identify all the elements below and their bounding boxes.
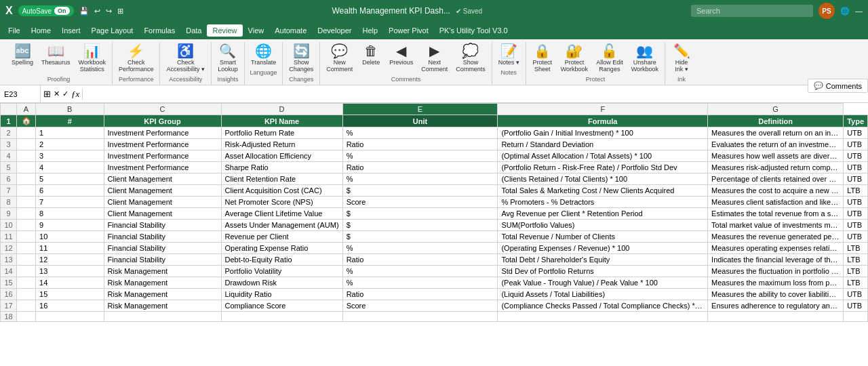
table-cell[interactable]: Measures risk-adjusted return compared t… bbox=[708, 162, 844, 174]
table-cell[interactable] bbox=[17, 243, 36, 254]
menu-item-data[interactable]: Data bbox=[180, 24, 207, 37]
table-cell[interactable]: $ bbox=[342, 220, 498, 231]
check-performance-button[interactable]: ⚡ CheckPerformance bbox=[115, 42, 157, 75]
table-cell[interactable]: UTB bbox=[844, 289, 868, 300]
save-icon[interactable]: 💾 bbox=[79, 7, 89, 16]
table-cell[interactable] bbox=[221, 312, 342, 322]
table-cell[interactable]: # bbox=[36, 115, 104, 127]
table-cell[interactable]: Formula bbox=[498, 115, 708, 127]
table-cell[interactable]: 16 bbox=[36, 300, 104, 312]
table-cell[interactable] bbox=[17, 208, 36, 220]
menu-item-home[interactable]: Home bbox=[26, 24, 56, 37]
table-cell[interactable]: Measures the maximum loss from peak to b… bbox=[708, 277, 844, 289]
table-cell[interactable]: Operating Expense Ratio bbox=[221, 243, 342, 254]
table-cell[interactable]: KPI Name bbox=[221, 115, 342, 127]
table-cell[interactable]: Score bbox=[342, 197, 498, 208]
table-cell[interactable]: Sharpe Ratio bbox=[221, 162, 342, 174]
undo-icon[interactable]: ↩ bbox=[94, 7, 100, 16]
table-cell[interactable]: 15 bbox=[36, 289, 104, 300]
table-cell[interactable]: % bbox=[342, 150, 498, 162]
menu-item-pk-utility[interactable]: PK's Utility Tool V3.0 bbox=[434, 24, 513, 37]
table-cell[interactable]: (Portfolio Gain / Initial Investment) * … bbox=[498, 127, 708, 139]
table-cell[interactable]: 14 bbox=[36, 277, 104, 289]
minimize-icon[interactable]: — bbox=[855, 7, 863, 15]
table-cell[interactable]: Total market value of investments manage… bbox=[708, 220, 844, 231]
table-cell[interactable] bbox=[17, 277, 36, 289]
delete-comment-button[interactable]: 🗑 Delete bbox=[357, 42, 384, 68]
confirm-formula-icon[interactable]: ✓ bbox=[62, 89, 68, 98]
new-comment-button[interactable]: 💬 NewComment bbox=[323, 42, 356, 75]
next-comment-button[interactable]: ▶ NextComment bbox=[418, 42, 451, 75]
table-cell[interactable]: 8 bbox=[36, 208, 104, 220]
unshare-workbook-button[interactable]: 👥 UnshareWorkbook bbox=[628, 42, 662, 75]
table-cell[interactable] bbox=[17, 300, 36, 312]
table-cell[interactable]: Net Promoter Score (NPS) bbox=[221, 197, 342, 208]
table-cell[interactable]: (Operating Expenses / Revenue) * 100 bbox=[498, 243, 708, 254]
table-cell[interactable]: Estimates the total revenue from a singl… bbox=[708, 208, 844, 220]
table-cell[interactable]: Risk Management bbox=[104, 277, 221, 289]
table-cell[interactable]: 10 bbox=[36, 231, 104, 243]
table-cell[interactable]: UTB bbox=[844, 150, 868, 162]
cell-reference[interactable]: E23 bbox=[0, 85, 41, 102]
menu-item-file[interactable]: File bbox=[3, 24, 26, 37]
menu-item-insert[interactable]: Insert bbox=[56, 24, 86, 37]
table-cell[interactable]: Definition bbox=[708, 115, 844, 127]
notes-button[interactable]: 📝 Notes ▾ bbox=[495, 42, 523, 68]
table-cell[interactable]: (Portfolio Return - Risk-Free Rate) / Po… bbox=[498, 162, 708, 174]
col-header-a[interactable]: A bbox=[17, 104, 36, 115]
table-cell[interactable]: Compliance Score bbox=[221, 300, 342, 312]
table-cell[interactable]: Risk-Adjusted Return bbox=[221, 139, 342, 150]
table-cell[interactable]: LTB bbox=[844, 243, 868, 254]
table-cell[interactable]: Debt-to-Equity Ratio bbox=[221, 254, 342, 266]
table-cell[interactable]: Ratio bbox=[342, 289, 498, 300]
table-cell[interactable]: Measures the ability to cover liabilitie… bbox=[708, 289, 844, 300]
table-cell[interactable]: UTB bbox=[844, 139, 868, 150]
table-cell[interactable]: 2 bbox=[36, 139, 104, 150]
col-header-b[interactable]: B bbox=[36, 104, 104, 115]
table-cell[interactable]: Total Debt / Shareholder's Equity bbox=[498, 254, 708, 266]
table-cell[interactable]: 13 bbox=[36, 266, 104, 277]
table-cell[interactable]: (Clients Retained / Total Clients) * 100 bbox=[498, 174, 708, 185]
thesaurus-button[interactable]: 📖 Thesaurus bbox=[38, 42, 74, 68]
table-cell[interactable] bbox=[844, 312, 868, 322]
comments-panel-button[interactable]: 💬 Comments bbox=[808, 79, 868, 93]
table-cell[interactable] bbox=[17, 127, 36, 139]
table-cell[interactable]: $ bbox=[342, 185, 498, 197]
table-cell[interactable]: (Compliance Checks Passed / Total Compli… bbox=[498, 300, 708, 312]
table-cell[interactable]: Measures the revenue generated per clien… bbox=[708, 231, 844, 243]
table-cell[interactable]: Liquidity Ratio bbox=[221, 289, 342, 300]
table-cell[interactable] bbox=[17, 289, 36, 300]
table-cell[interactable]: Risk Management bbox=[104, 266, 221, 277]
col-header-d[interactable]: D bbox=[221, 104, 342, 115]
table-cell[interactable] bbox=[17, 162, 36, 174]
table-cell[interactable]: (Optimal Asset Allocation / Total Assets… bbox=[498, 150, 708, 162]
table-cell[interactable]: Measures the overall return on an invest… bbox=[708, 127, 844, 139]
col-header-f[interactable]: F bbox=[498, 104, 708, 115]
previous-comment-button[interactable]: ◀ Previous bbox=[386, 42, 416, 68]
table-cell[interactable]: Measures client satisfaction and likelih… bbox=[708, 197, 844, 208]
table-cell[interactable]: UTB bbox=[844, 231, 868, 243]
table-cell[interactable]: Return / Standard Deviation bbox=[498, 139, 708, 150]
table-cell[interactable]: Investment Performance bbox=[104, 127, 221, 139]
table-cell[interactable]: % Promoters - % Detractors bbox=[498, 197, 708, 208]
table-cell[interactable]: Client Acquisition Cost (CAC) bbox=[221, 185, 342, 197]
table-cell[interactable]: (Liquid Assets / Total Liabilities) bbox=[498, 289, 708, 300]
table-cell[interactable]: Measures the cost to acquire a new clien… bbox=[708, 185, 844, 197]
show-changes-button[interactable]: 🔄 ShowChanges bbox=[285, 42, 317, 75]
table-cell[interactable]: Financial Stability bbox=[104, 243, 221, 254]
table-cell[interactable]: 12 bbox=[36, 254, 104, 266]
table-cell[interactable] bbox=[17, 220, 36, 231]
table-cell[interactable] bbox=[17, 266, 36, 277]
workbook-statistics-button[interactable]: 📊 WorkbookStatistics bbox=[75, 42, 109, 75]
col-header-g[interactable]: G bbox=[708, 104, 844, 115]
globe-icon[interactable]: 🌐 bbox=[840, 7, 850, 16]
table-cell[interactable]: UTB bbox=[844, 220, 868, 231]
grid-icon[interactable]: ⊞ bbox=[117, 7, 123, 16]
table-cell[interactable] bbox=[342, 312, 498, 322]
table-cell[interactable]: Portfolio Return Rate bbox=[221, 127, 342, 139]
table-cell[interactable]: Ensures adherence to regulatory and inte… bbox=[708, 300, 844, 312]
table-cell[interactable]: 11 bbox=[36, 243, 104, 254]
redo-icon[interactable]: ↪ bbox=[106, 7, 112, 16]
menu-item-automate[interactable]: Automate bbox=[269, 24, 312, 37]
table-cell[interactable]: 4 bbox=[36, 162, 104, 174]
